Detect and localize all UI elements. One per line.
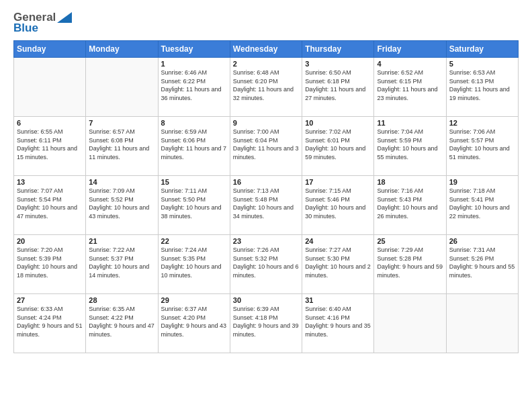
calendar-cell: 14Sunrise: 7:09 AM Sunset: 5:52 PM Dayli… xyxy=(86,176,158,235)
calendar-cell xyxy=(446,294,518,353)
calendar-cell: 3Sunrise: 6:50 AM Sunset: 6:18 PM Daylig… xyxy=(302,58,374,117)
day-number: 1 xyxy=(161,60,227,68)
calendar-week-1: 1Sunrise: 6:46 AM Sunset: 6:22 PM Daylig… xyxy=(14,58,519,117)
day-info: Sunrise: 7:18 AM Sunset: 5:41 PM Dayligh… xyxy=(449,187,515,220)
day-info: Sunrise: 6:59 AM Sunset: 6:06 PM Dayligh… xyxy=(161,128,227,161)
day-info: Sunrise: 6:39 AM Sunset: 4:18 PM Dayligh… xyxy=(233,305,299,338)
day-info: Sunrise: 7:13 AM Sunset: 5:48 PM Dayligh… xyxy=(233,187,299,220)
day-info: Sunrise: 7:31 AM Sunset: 5:26 PM Dayligh… xyxy=(449,246,515,279)
day-info: Sunrise: 6:53 AM Sunset: 6:13 PM Dayligh… xyxy=(449,68,515,102)
day-number: 9 xyxy=(233,119,299,127)
calendar-week-2: 6Sunrise: 6:55 AM Sunset: 6:11 PM Daylig… xyxy=(14,117,519,176)
calendar-cell: 17Sunrise: 7:15 AM Sunset: 5:46 PM Dayli… xyxy=(302,176,374,235)
header: General Blue xyxy=(13,11,519,35)
col-header-monday: Monday xyxy=(86,41,158,58)
calendar-week-4: 20Sunrise: 7:20 AM Sunset: 5:39 PM Dayli… xyxy=(14,235,519,294)
calendar-cell: 25Sunrise: 7:29 AM Sunset: 5:28 PM Dayli… xyxy=(374,235,446,294)
day-number: 22 xyxy=(161,237,227,245)
calendar-cell xyxy=(86,58,158,117)
calendar-cell xyxy=(374,294,446,353)
day-number: 4 xyxy=(377,60,443,68)
calendar-cell: 1Sunrise: 6:46 AM Sunset: 6:22 PM Daylig… xyxy=(158,58,230,117)
day-info: Sunrise: 7:16 AM Sunset: 5:43 PM Dayligh… xyxy=(377,187,443,220)
logo-icon xyxy=(57,12,72,23)
day-number: 15 xyxy=(161,178,227,186)
day-number: 8 xyxy=(161,119,227,127)
col-header-thursday: Thursday xyxy=(302,41,374,58)
day-number: 28 xyxy=(89,296,154,304)
day-number: 18 xyxy=(377,178,443,186)
day-number: 12 xyxy=(449,119,515,127)
day-number: 10 xyxy=(305,119,371,127)
calendar-cell: 18Sunrise: 7:16 AM Sunset: 5:43 PM Dayli… xyxy=(374,176,446,235)
day-info: Sunrise: 6:52 AM Sunset: 6:15 PM Dayligh… xyxy=(377,68,443,102)
calendar-cell: 16Sunrise: 7:13 AM Sunset: 5:48 PM Dayli… xyxy=(230,176,302,235)
calendar-cell: 26Sunrise: 7:31 AM Sunset: 5:26 PM Dayli… xyxy=(446,235,518,294)
day-info: Sunrise: 6:40 AM Sunset: 4:16 PM Dayligh… xyxy=(305,305,371,338)
day-info: Sunrise: 7:09 AM Sunset: 5:52 PM Dayligh… xyxy=(89,187,154,220)
calendar-cell: 20Sunrise: 7:20 AM Sunset: 5:39 PM Dayli… xyxy=(14,235,86,294)
day-info: Sunrise: 7:04 AM Sunset: 5:59 PM Dayligh… xyxy=(377,128,443,161)
day-number: 17 xyxy=(305,178,371,186)
day-info: Sunrise: 7:29 AM Sunset: 5:28 PM Dayligh… xyxy=(377,246,443,279)
calendar-cell: 11Sunrise: 7:04 AM Sunset: 5:59 PM Dayli… xyxy=(374,117,446,176)
day-info: Sunrise: 7:27 AM Sunset: 5:30 PM Dayligh… xyxy=(305,246,371,279)
day-number: 14 xyxy=(89,178,154,186)
calendar-cell: 10Sunrise: 7:02 AM Sunset: 6:01 PM Dayli… xyxy=(302,117,374,176)
day-number: 29 xyxy=(161,296,227,304)
logo-blue-text: Blue xyxy=(13,21,38,35)
day-number: 27 xyxy=(17,296,83,304)
col-header-friday: Friday xyxy=(374,41,446,58)
calendar-cell: 30Sunrise: 6:39 AM Sunset: 4:18 PM Dayli… xyxy=(230,294,302,353)
calendar-cell: 29Sunrise: 6:37 AM Sunset: 4:20 PM Dayli… xyxy=(158,294,230,353)
calendar: SundayMondayTuesdayWednesdayThursdayFrid… xyxy=(13,40,519,353)
day-info: Sunrise: 7:06 AM Sunset: 5:57 PM Dayligh… xyxy=(449,128,515,161)
day-info: Sunrise: 6:33 AM Sunset: 4:24 PM Dayligh… xyxy=(17,305,83,338)
col-header-sunday: Sunday xyxy=(14,41,86,58)
day-info: Sunrise: 7:26 AM Sunset: 5:32 PM Dayligh… xyxy=(233,246,299,279)
day-number: 7 xyxy=(89,119,154,127)
calendar-week-5: 27Sunrise: 6:33 AM Sunset: 4:24 PM Dayli… xyxy=(14,294,519,353)
day-number: 20 xyxy=(17,237,83,245)
calendar-cell: 28Sunrise: 6:35 AM Sunset: 4:22 PM Dayli… xyxy=(86,294,158,353)
col-header-wednesday: Wednesday xyxy=(230,41,302,58)
calendar-cell: 19Sunrise: 7:18 AM Sunset: 5:41 PM Dayli… xyxy=(446,176,518,235)
day-info: Sunrise: 7:15 AM Sunset: 5:46 PM Dayligh… xyxy=(305,187,371,220)
calendar-cell: 22Sunrise: 7:24 AM Sunset: 5:35 PM Dayli… xyxy=(158,235,230,294)
calendar-cell: 5Sunrise: 6:53 AM Sunset: 6:13 PM Daylig… xyxy=(446,58,518,117)
day-number: 21 xyxy=(89,237,154,245)
day-info: Sunrise: 6:35 AM Sunset: 4:22 PM Dayligh… xyxy=(89,305,154,338)
day-info: Sunrise: 7:02 AM Sunset: 6:01 PM Dayligh… xyxy=(305,128,371,161)
day-number: 31 xyxy=(305,296,371,304)
calendar-cell: 31Sunrise: 6:40 AM Sunset: 4:16 PM Dayli… xyxy=(302,294,374,353)
calendar-cell: 27Sunrise: 6:33 AM Sunset: 4:24 PM Dayli… xyxy=(14,294,86,353)
calendar-cell xyxy=(14,58,86,117)
day-info: Sunrise: 6:50 AM Sunset: 6:18 PM Dayligh… xyxy=(305,68,371,102)
calendar-cell: 4Sunrise: 6:52 AM Sunset: 6:15 PM Daylig… xyxy=(374,58,446,117)
calendar-cell: 15Sunrise: 7:11 AM Sunset: 5:50 PM Dayli… xyxy=(158,176,230,235)
day-number: 13 xyxy=(17,178,83,186)
day-number: 2 xyxy=(233,60,299,68)
day-number: 25 xyxy=(377,237,443,245)
page: General Blue SundayMondayTuesdayWednesda… xyxy=(0,0,532,367)
day-info: Sunrise: 7:11 AM Sunset: 5:50 PM Dayligh… xyxy=(161,187,227,220)
day-number: 3 xyxy=(305,60,371,68)
calendar-cell: 2Sunrise: 6:48 AM Sunset: 6:20 PM Daylig… xyxy=(230,58,302,117)
day-number: 30 xyxy=(233,296,299,304)
col-header-tuesday: Tuesday xyxy=(158,41,230,58)
calendar-cell: 13Sunrise: 7:07 AM Sunset: 5:54 PM Dayli… xyxy=(14,176,86,235)
day-info: Sunrise: 6:57 AM Sunset: 6:08 PM Dayligh… xyxy=(89,128,154,161)
day-number: 26 xyxy=(449,237,515,245)
day-number: 16 xyxy=(233,178,299,186)
calendar-cell: 21Sunrise: 7:22 AM Sunset: 5:37 PM Dayli… xyxy=(86,235,158,294)
calendar-cell: 23Sunrise: 7:26 AM Sunset: 5:32 PM Dayli… xyxy=(230,235,302,294)
day-info: Sunrise: 6:55 AM Sunset: 6:11 PM Dayligh… xyxy=(17,128,83,161)
day-number: 23 xyxy=(233,237,299,245)
day-info: Sunrise: 6:48 AM Sunset: 6:20 PM Dayligh… xyxy=(233,68,299,102)
calendar-week-3: 13Sunrise: 7:07 AM Sunset: 5:54 PM Dayli… xyxy=(14,176,519,235)
day-info: Sunrise: 6:46 AM Sunset: 6:22 PM Dayligh… xyxy=(161,68,227,102)
day-number: 11 xyxy=(377,119,443,127)
col-header-saturday: Saturday xyxy=(446,41,518,58)
calendar-cell: 7Sunrise: 6:57 AM Sunset: 6:08 PM Daylig… xyxy=(86,117,158,176)
svg-marker-0 xyxy=(57,12,72,23)
